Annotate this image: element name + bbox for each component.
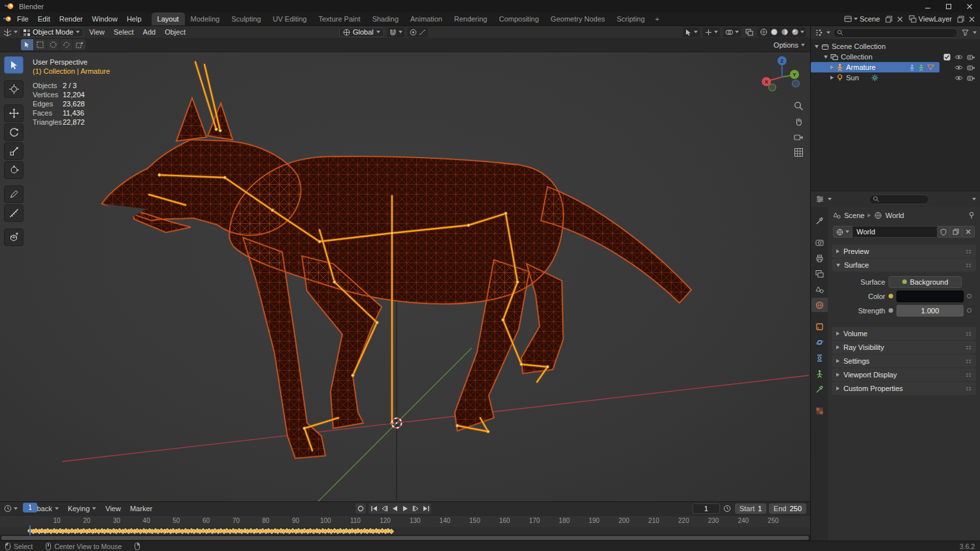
previous-keyframe-icon[interactable] <box>379 503 389 514</box>
unlink-world-icon[interactable] <box>962 226 975 238</box>
viewport-menu-object[interactable]: Object <box>161 26 189 38</box>
shading-material-icon[interactable] <box>779 27 789 37</box>
new-world-copy-icon[interactable] <box>950 226 962 238</box>
viewport-menu-add[interactable]: Add <box>139 26 160 38</box>
viewport-menu-select[interactable]: Select <box>110 26 138 38</box>
transform-orientation-dropdown[interactable]: Global <box>339 27 384 37</box>
move-tool[interactable] <box>4 104 24 122</box>
gizmos-group[interactable] <box>703 27 720 37</box>
world-color-swatch[interactable] <box>896 291 964 302</box>
tab-sculpting[interactable]: Sculpting <box>225 12 267 25</box>
breadcrumb-scene[interactable]: Scene <box>844 212 864 219</box>
outliner-row-sun[interactable]: Sun <box>811 72 980 83</box>
browse-world-button[interactable] <box>833 226 853 238</box>
disable-render-camera-icon[interactable] <box>967 64 975 71</box>
tab-object[interactable] <box>811 319 828 334</box>
menu-edit[interactable]: Edit <box>33 12 55 25</box>
play-icon[interactable] <box>400 503 410 514</box>
menu-view[interactable]: View <box>101 505 125 512</box>
proportional-editing-group[interactable] <box>408 27 428 37</box>
breadcrumb-world[interactable]: World <box>885 212 904 219</box>
hide-eye-icon[interactable] <box>955 75 963 81</box>
fake-user-shield-icon[interactable] <box>938 226 950 238</box>
tab-world[interactable] <box>811 298 828 312</box>
gizmo-axis-y[interactable]: Y <box>792 72 796 78</box>
timeline-editor-icon[interactable] <box>3 504 12 514</box>
options-dropdown[interactable]: Options <box>774 41 805 49</box>
current-frame-field[interactable]: 1 <box>693 503 720 514</box>
keyframe-track[interactable] <box>0 527 810 535</box>
animate-decorator-icon[interactable] <box>967 294 972 298</box>
select-box-tool[interactable] <box>4 56 24 74</box>
drag-handle-icon[interactable] <box>966 373 972 377</box>
selectability-visibility-group[interactable] <box>683 27 700 37</box>
strength-slider[interactable]: 1.000 <box>896 305 964 317</box>
properties-search-input[interactable] <box>869 195 929 204</box>
filter-icon[interactable] <box>960 28 970 38</box>
annotate-tool[interactable] <box>4 185 24 203</box>
tab-scripting[interactable]: Scripting <box>611 12 651 25</box>
tab-object-data[interactable] <box>811 366 828 381</box>
surface-shader-button[interactable]: Background <box>889 276 962 288</box>
tab-constraints[interactable] <box>811 351 828 365</box>
tab-output[interactable] <box>811 251 828 265</box>
editor-type-icon[interactable] <box>3 27 12 37</box>
timeline-ruler[interactable]: 1020304050607080901001101201301401501601… <box>0 515 810 527</box>
shading-solid-icon[interactable] <box>769 27 779 37</box>
mode-dropdown[interactable]: Object Mode <box>19 27 84 37</box>
chevron-down-icon[interactable] <box>14 31 18 33</box>
toggle-ortho-icon[interactable] <box>792 146 805 159</box>
select-extend-icon[interactable] <box>73 39 86 50</box>
zoom-icon[interactable] <box>792 99 805 112</box>
tab-geometry-nodes[interactable]: Geometry Nodes <box>545 12 611 25</box>
shading-rendered-icon[interactable] <box>790 27 800 37</box>
view-layer-selector[interactable]: ViewLayer <box>906 15 955 23</box>
panel-ray-visibility[interactable]: Ray Visibility <box>832 341 976 354</box>
chevron-down-icon[interactable] <box>826 31 830 34</box>
drag-handle-icon[interactable] <box>966 249 972 254</box>
remove-view-layer-button[interactable] <box>967 14 977 24</box>
outliner-search-input[interactable] <box>833 28 958 38</box>
unlink-scene-button[interactable] <box>895 14 905 24</box>
tab-modeling[interactable]: Modeling <box>185 12 226 25</box>
tab-uv-editing[interactable]: UV Editing <box>267 12 312 25</box>
playhead-line[interactable] <box>29 526 31 535</box>
menu-keying[interactable]: Keying <box>64 505 101 512</box>
auto-keying-icon[interactable] <box>355 503 366 514</box>
new-scene-button[interactable] <box>884 14 894 24</box>
viewport-menu-view[interactable]: View <box>85 26 108 38</box>
drag-handle-icon[interactable] <box>966 386 972 391</box>
expand-icon[interactable] <box>824 55 828 59</box>
expand-icon[interactable] <box>830 76 834 80</box>
measure-tool[interactable] <box>4 204 24 222</box>
rotate-tool[interactable] <box>4 123 24 141</box>
add-workspace-button[interactable]: + <box>651 12 664 25</box>
drag-handle-icon[interactable] <box>966 332 972 336</box>
menu-file[interactable]: File <box>12 12 33 25</box>
chevron-down-icon[interactable] <box>14 507 18 510</box>
new-view-layer-button[interactable] <box>956 14 966 24</box>
properties-editor-icon[interactable] <box>815 195 825 204</box>
shading-wireframe-icon[interactable] <box>759 27 768 37</box>
tab-bone-constraints[interactable] <box>811 382 828 396</box>
select-box-icon[interactable] <box>34 39 46 50</box>
end-frame-field[interactable]: End 250 <box>769 503 806 514</box>
expand-icon[interactable] <box>815 45 819 48</box>
camera-view-icon[interactable] <box>792 131 805 144</box>
start-frame-field[interactable]: Start 1 <box>735 503 766 514</box>
scrollbar-handle[interactable] <box>1 536 809 540</box>
gizmo-axis-z[interactable]: Z <box>781 58 784 64</box>
tab-tool[interactable] <box>811 213 828 228</box>
outliner-row-armature[interactable]: Armature <box>811 62 980 72</box>
exclude-checkbox[interactable] <box>943 54 951 61</box>
drag-handle-icon[interactable] <box>966 263 972 268</box>
tab-scene[interactable] <box>811 282 828 296</box>
xray-toggle-icon[interactable] <box>744 27 754 37</box>
menu-window[interactable]: Window <box>88 12 122 25</box>
snapping-group[interactable] <box>387 27 404 37</box>
animate-decorator-icon[interactable] <box>967 308 972 313</box>
overlays-group[interactable] <box>723 27 741 37</box>
outliner-editor-icon[interactable] <box>814 28 824 38</box>
pin-icon[interactable] <box>968 212 975 219</box>
drag-handle-icon[interactable] <box>966 359 972 364</box>
